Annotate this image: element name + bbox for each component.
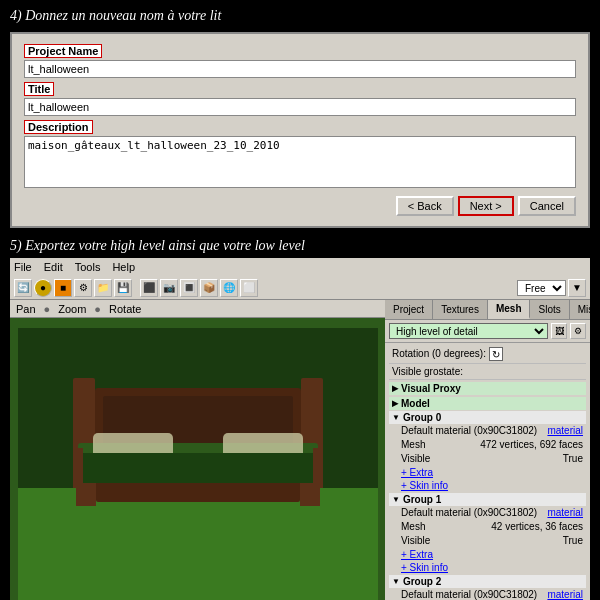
group0-material-label: Default material (0x90C31802) — [401, 424, 537, 438]
svg-rect-0 — [18, 488, 378, 600]
group1-header[interactable]: ▼ Group 1 — [389, 493, 586, 506]
title-group: Title — [24, 82, 576, 116]
toolbar-btn-3[interactable]: ■ — [54, 279, 72, 297]
panel-tabs: Project Textures Mesh Slots Misc — [385, 300, 590, 320]
toolbar-btn-1[interactable]: 🔄 — [14, 279, 32, 297]
project-name-group: Project Name — [24, 44, 576, 78]
rotate-button[interactable]: Rotate — [109, 303, 141, 315]
group2-material-label: Default material (0x90C31802) — [401, 588, 537, 600]
visual-proxy-section[interactable]: ▶ Visual Proxy — [389, 382, 586, 395]
group0-arrow: ▼ — [392, 413, 400, 422]
description-group: Description maison_gâteaux_lt_halloween_… — [24, 120, 576, 188]
group0-header[interactable]: ▼ Group 0 — [389, 411, 586, 424]
toolbar-btn-8[interactable]: 📷 — [160, 279, 178, 297]
right-panel: Project Textures Mesh Slots Misc High le… — [385, 300, 590, 600]
props-area: Rotation (0 degrees): ↻ Visible grostate… — [385, 343, 590, 600]
toolbar-btn-10[interactable]: 📦 — [200, 279, 218, 297]
group1-extra[interactable]: + Extra — [389, 548, 586, 561]
description-textarea[interactable]: maison_gâteaux_lt_halloween_23_10_2010 — [24, 136, 576, 188]
toolbar: 🔄 ● ■ ⚙ 📁 💾 ⬛ 📷 🔳 📦 🌐 ⬜ Free ▼ — [10, 276, 590, 300]
description-label: Description — [24, 120, 93, 134]
group1-label: Group 1 — [403, 494, 441, 505]
lod-icon-btn-1[interactable]: 🖼 — [551, 323, 567, 339]
zoom-button[interactable]: Zoom — [58, 303, 86, 315]
section5-title: 5) Exportez votre high level ainsi que v… — [10, 238, 590, 254]
group2-prop-material: Default material (0x90C31802) material — [389, 588, 586, 600]
model-section[interactable]: ▶ Model — [389, 397, 586, 410]
group1-visible-label: Visible — [401, 534, 430, 548]
group2-arrow: ▼ — [392, 577, 400, 586]
tab-misc[interactable]: Misc — [570, 300, 590, 319]
group0-prop-material: Default material (0x90C31802) material — [389, 424, 586, 438]
lod-row: High level of detail 🖼 ⚙ — [385, 320, 590, 343]
group0-prop-visible: Visible True — [389, 452, 586, 466]
menu-help[interactable]: Help — [112, 261, 135, 273]
svg-rect-14 — [313, 448, 323, 488]
tab-textures[interactable]: Textures — [433, 300, 488, 319]
back-button[interactable]: < Back — [396, 196, 454, 216]
visible-label: Visible grostate: — [392, 366, 463, 377]
group1-arrow: ▼ — [392, 495, 400, 504]
svg-rect-13 — [73, 448, 83, 488]
rotation-label: Rotation (0 degrees): — [392, 348, 486, 359]
toolbar-dropdown[interactable]: Free — [517, 280, 566, 296]
project-name-label: Project Name — [24, 44, 102, 58]
model-arrow: ▶ — [392, 399, 398, 408]
vp-sep1: ● — [44, 303, 51, 315]
group0-visible-label: Visible — [401, 452, 430, 466]
group0-skin[interactable]: + Skin info — [389, 479, 586, 492]
svg-rect-12 — [78, 453, 318, 483]
group0-material-value[interactable]: material — [547, 424, 583, 438]
tab-slots[interactable]: Slots — [530, 300, 569, 319]
group1-prop-material: Default material (0x90C31802) material — [389, 506, 586, 520]
group1-prop-mesh: Mesh 42 vertices, 36 faces — [389, 520, 586, 534]
dialog-buttons: < Back Next > Cancel — [24, 196, 576, 216]
group1-mesh-value: 42 vertices, 36 faces — [491, 520, 583, 534]
pan-button[interactable]: Pan — [16, 303, 36, 315]
group2-header[interactable]: ▼ Group 2 — [389, 575, 586, 588]
project-name-input[interactable] — [24, 60, 576, 78]
toolbar-btn-5[interactable]: 📁 — [94, 279, 112, 297]
group0-mesh-label: Mesh — [401, 438, 425, 452]
section4: 4) Donnez un nouveau nom à votre lit Pro… — [0, 0, 600, 234]
group0-label: Group 0 — [403, 412, 441, 423]
toolbar-btn-9[interactable]: 🔳 — [180, 279, 198, 297]
viewport-toolbar: Pan ● Zoom ● Rotate — [10, 300, 385, 318]
visual-proxy-label: Visual Proxy — [401, 383, 461, 394]
toolbar-btn-6[interactable]: 💾 — [114, 279, 132, 297]
group1-prop-visible: Visible True — [389, 534, 586, 548]
lod-select[interactable]: High level of detail — [389, 323, 548, 339]
group1-material-value[interactable]: material — [547, 506, 583, 520]
toolbar-btn-12[interactable]: ⬜ — [240, 279, 258, 297]
rotation-icon[interactable]: ↻ — [489, 347, 503, 361]
toolbar-dropdown-arrow[interactable]: ▼ — [568, 279, 586, 297]
toolbar-btn-7[interactable]: ⬛ — [140, 279, 158, 297]
toolbar-btn-2[interactable]: ● — [34, 279, 52, 297]
tab-mesh[interactable]: Mesh — [488, 300, 531, 319]
menu-tools[interactable]: Tools — [75, 261, 101, 273]
toolbar-btn-11[interactable]: 🌐 — [220, 279, 238, 297]
section4-title: 4) Donnez un nouveau nom à votre lit — [10, 8, 590, 24]
cancel-button[interactable]: Cancel — [518, 196, 576, 216]
group0-mesh-value: 472 vertices, 692 faces — [480, 438, 583, 452]
group1-visible-value: True — [563, 534, 583, 548]
group2-label: Group 2 — [403, 576, 441, 587]
lod-icon-btn-2[interactable]: ⚙ — [570, 323, 586, 339]
toolbar-btn-4[interactable]: ⚙ — [74, 279, 92, 297]
title-label: Title — [24, 82, 54, 96]
menubar: File Edit Tools Help — [10, 258, 590, 276]
menu-file[interactable]: File — [14, 261, 32, 273]
visible-row: Visible grostate: — [389, 364, 586, 380]
group0-prop-mesh: Mesh 472 vertices, 692 faces — [389, 438, 586, 452]
group1-skin[interactable]: + Skin info — [389, 561, 586, 574]
tab-project[interactable]: Project — [385, 300, 433, 319]
rotation-row: Rotation (0 degrees): ↻ — [389, 345, 586, 364]
model-label: Model — [401, 398, 430, 409]
menu-edit[interactable]: Edit — [44, 261, 63, 273]
next-button[interactable]: Next > — [458, 196, 514, 216]
title-input[interactable] — [24, 98, 576, 116]
group2-material-value[interactable]: material — [547, 588, 583, 600]
group0-visible-value: True — [563, 452, 583, 466]
group1-mesh-label: Mesh — [401, 520, 425, 534]
group0-extra[interactable]: + Extra — [389, 466, 586, 479]
